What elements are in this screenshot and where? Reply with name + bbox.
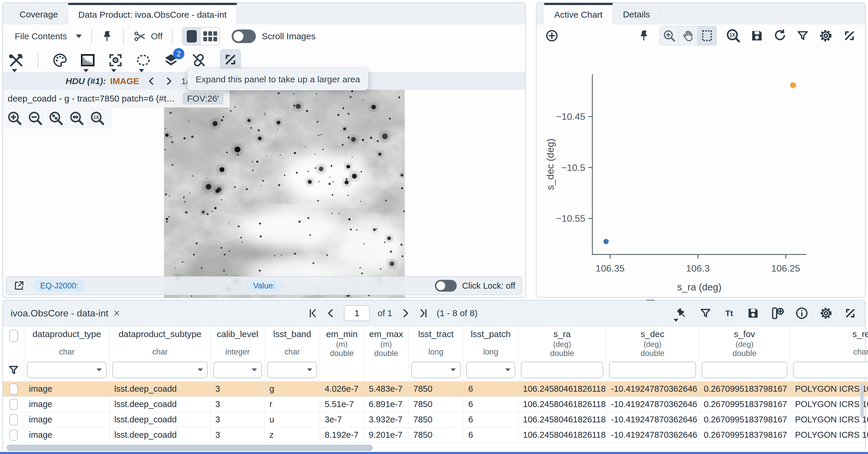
scatter-chart[interactable]: 106.35106.3106.25−10.45−10.5−10.55s_ra (…: [536, 47, 865, 298]
chart-zoom-button[interactable]: [660, 26, 679, 45]
center-image-button[interactable]: [107, 52, 123, 68]
coord-readout-label[interactable]: EQ-J2000:: [34, 280, 85, 292]
value-readout-label[interactable]: Value:: [247, 280, 282, 292]
zoom-fit-icon[interactable]: [48, 110, 64, 126]
table-row[interactable]: imagelsst.deep_coadd3u3e-73.932e-7785061…: [3, 412, 865, 427]
column-header-lsst_tract[interactable]: lsst_tractlong: [409, 326, 464, 359]
tab-data-product[interactable]: Data Product: ivoa.ObsCore - data-int: [68, 3, 237, 24]
tab-coverage[interactable]: Coverage: [9, 3, 68, 24]
column-header-s_fov[interactable]: s_fov(deg)double: [699, 326, 790, 359]
filter-chart-button filter-icon[interactable]: [796, 29, 809, 42]
table-cell[interactable]: 7850: [409, 412, 464, 427]
table-cell[interactable]: g: [265, 381, 320, 396]
column-header-em_max[interactable]: em_max(m)double: [364, 326, 409, 359]
unlink-button[interactable]: [191, 52, 207, 68]
table-cell[interactable]: lsst.deep_coadd: [110, 381, 211, 396]
grid-view-button[interactable]: [201, 28, 219, 45]
chart-select-button[interactable]: [698, 26, 716, 45]
table-cell[interactable]: image: [24, 381, 110, 396]
add-column-button add-column-icon[interactable]: [770, 306, 785, 321]
table-cell[interactable]: 3: [211, 381, 265, 396]
zoom-fill-icon[interactable]: [68, 110, 85, 126]
chart-pan-button[interactable]: [679, 26, 698, 45]
select-all-checkbox[interactable]: [9, 330, 18, 342]
table-cell[interactable]: u: [265, 412, 320, 427]
table-cell[interactable]: 3: [211, 397, 265, 412]
table-cell[interactable]: 5.51e-7: [320, 397, 364, 412]
table-cell[interactable]: lsst.deep_coadd: [110, 412, 211, 427]
table-cell[interactable]: -10.419247870362646: [606, 397, 699, 412]
table-cell[interactable]: image: [24, 427, 110, 443]
table-cell[interactable]: 3.932e-7: [364, 412, 409, 427]
table-cell[interactable]: 6: [464, 412, 518, 427]
expand-chart-button expand-icon[interactable]: [842, 28, 857, 43]
table-cell[interactable]: 106.24580461826118: [518, 381, 606, 396]
column-header-calib_level[interactable]: calib_levelinteger: [211, 326, 265, 359]
tab-details[interactable]: Details: [613, 3, 660, 24]
expand-panel-button[interactable]: [220, 49, 241, 71]
pin-image-button[interactable]: [101, 29, 114, 44]
table-cell[interactable]: 106.24580461826118: [518, 427, 606, 443]
zoom-in-icon[interactable]: [6, 110, 23, 126]
row-checkbox[interactable]: [9, 429, 18, 441]
table-cell[interactable]: 8.192e-7: [320, 427, 364, 443]
chart-point-data-point[interactable]: [603, 239, 609, 244]
chart-settings-button settings-icon[interactable]: [818, 28, 833, 43]
table-cell[interactable]: z: [265, 427, 320, 443]
column-header-lsst_band[interactable]: lsst_bandchar: [265, 326, 320, 359]
column-filter-input-s_ra[interactable]: [521, 362, 603, 378]
table-cell[interactable]: 7850: [409, 381, 464, 396]
table-cell[interactable]: image: [24, 397, 110, 412]
prev-page-icon[interactable]: [326, 308, 336, 319]
save-chart-button save-icon[interactable]: [750, 29, 764, 43]
table-cell[interactable]: 7850: [409, 427, 464, 443]
row-checkbox[interactable]: [9, 399, 18, 410]
table-cell[interactable]: 3: [211, 412, 265, 427]
tab-active-chart[interactable]: Active Chart: [544, 3, 613, 24]
column-header-dataproduct_subtype[interactable]: dataproduct_subtypechar: [110, 326, 211, 359]
table-cell[interactable]: lsst.deep_coadd: [110, 397, 211, 412]
column-header-s_re[interactable]: s_rechar: [790, 326, 868, 359]
column-header-lsst_patch[interactable]: lsst_patchlong: [464, 326, 518, 359]
panel-resize-divider[interactable]: [0, 452, 868, 454]
add-chart-button circle-plus-icon[interactable]: [545, 29, 559, 43]
color-stretch-button[interactable]: [52, 52, 68, 68]
refresh-chart-button refresh-icon[interactable]: [773, 29, 787, 43]
column-filter-input-calib_level[interactable]: [213, 362, 262, 378]
table-cell[interactable]: 6: [464, 381, 518, 396]
table-info-button info-icon[interactable]: [795, 306, 809, 320]
last-page-icon[interactable]: [418, 308, 429, 319]
hdu-prev-button[interactable]: [147, 76, 156, 86]
row-checkbox[interactable]: [9, 414, 18, 425]
table-cell[interactable]: POLYGON ICRS 10: [790, 427, 868, 443]
expand-table-button expand-icon[interactable]: [843, 306, 857, 320]
scroll-images-toggle[interactable]: [231, 30, 256, 43]
table-cell[interactable]: 0.2670995183798167: [699, 412, 790, 427]
pin-chart-button pushpin-icon[interactable]: [638, 28, 651, 43]
select-region-button[interactable]: [135, 52, 151, 68]
table-cell[interactable]: 106.24580461826118: [518, 412, 606, 427]
table-cell[interactable]: -10.419247870362646: [606, 412, 699, 427]
layers-button[interactable]: 2: [163, 52, 179, 68]
scrollbar-thumb[interactable]: [6, 445, 373, 451]
table-row[interactable]: imagelsst.deep_coadd3g4.026e-75.483e-778…: [3, 381, 865, 397]
table-cell[interactable]: 106.24580461826118: [518, 397, 606, 412]
column-filter-input-s_dec[interactable]: [609, 362, 696, 378]
image-viewer[interactable]: deep_coadd - g - tract=7850 patch=6 (#t……: [3, 90, 525, 298]
column-header-dataproduct_type[interactable]: dataproduct_typechar: [24, 326, 110, 359]
column-filter-input-lsst_patch[interactable]: [466, 362, 515, 378]
page-number-input[interactable]: [344, 305, 370, 321]
horizontal-scrollbar[interactable]: [3, 443, 865, 453]
hdu-next-button[interactable]: [164, 76, 174, 86]
table-cell[interactable]: 0.2670995183798167: [699, 427, 790, 443]
table-cell[interactable]: 3e-7: [320, 412, 364, 427]
column-filter-input-lsst_band[interactable]: [267, 362, 317, 378]
chart-point-highlighted-row-point[interactable]: [790, 83, 796, 88]
stretch-histogram-button[interactable]: [80, 52, 96, 68]
tools-button[interactable]: [8, 52, 24, 68]
table-cell[interactable]: -10.419247870362646: [606, 381, 699, 396]
close-table-button close-icon[interactable]: ×: [114, 307, 120, 319]
column-filter-input-s_re[interactable]: [793, 362, 868, 378]
filter-table-button filter-icon[interactable]: [699, 307, 712, 320]
table-row[interactable]: imagelsst.deep_coadd3z8.192e-79.201e-778…: [3, 427, 865, 443]
